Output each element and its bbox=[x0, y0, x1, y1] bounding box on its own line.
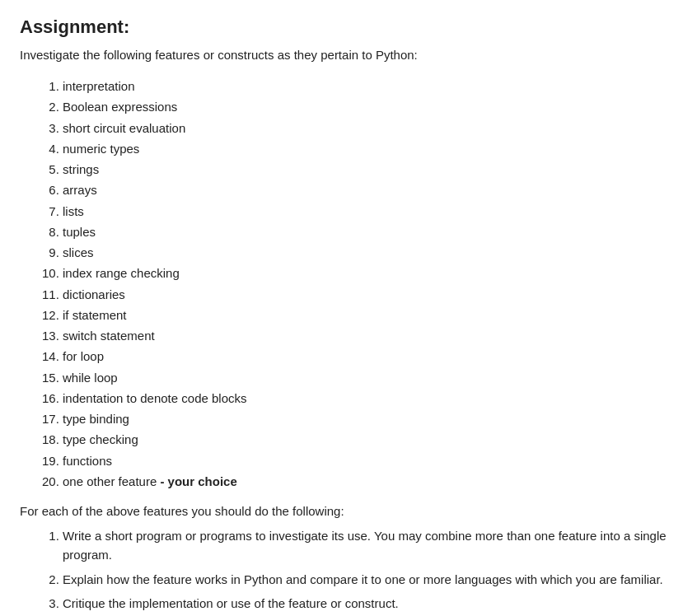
list-item: Boolean expressions bbox=[63, 97, 677, 116]
list-item: numeric types bbox=[63, 139, 677, 158]
list-item: tuples bbox=[63, 222, 677, 241]
list-item: while loop bbox=[63, 368, 677, 387]
list-item: switch statement bbox=[63, 326, 677, 345]
list-item: slices bbox=[63, 243, 677, 262]
list-item: short circuit evaluation bbox=[63, 119, 677, 138]
list-item: index range checking bbox=[63, 264, 677, 282]
list-item: type checking bbox=[63, 430, 677, 449]
page-title: Assignment: bbox=[20, 16, 677, 38]
sub-list: Write a short program or programs to inv… bbox=[63, 526, 677, 613]
list-item-20-suffix: - your choice bbox=[157, 474, 237, 488]
list-item-20: one other feature - your choice bbox=[63, 472, 677, 491]
list-item: interpretation bbox=[63, 77, 677, 96]
list-item: indentation to denote code blocks bbox=[63, 389, 677, 408]
list-item: arrays bbox=[63, 180, 677, 199]
list-item: functions bbox=[63, 451, 677, 470]
list-item: for loop bbox=[63, 347, 677, 366]
list-item: dictionaries bbox=[63, 285, 677, 304]
sub-list-item: Explain how the feature works in Python … bbox=[63, 570, 677, 589]
list-item: if statement bbox=[63, 306, 677, 324]
sub-list-item: Write a short program or programs to inv… bbox=[63, 526, 677, 565]
main-list: interpretation Boolean expressions short… bbox=[63, 77, 677, 491]
list-item: type binding bbox=[63, 409, 677, 428]
intro-text: Investigate the following features or co… bbox=[20, 48, 677, 62]
sub-list-item: Critique the implementation or use of th… bbox=[63, 594, 677, 613]
for-each-label: For each of the above features you shoul… bbox=[20, 504, 677, 518]
list-item: lists bbox=[63, 202, 677, 221]
list-item: strings bbox=[63, 160, 677, 179]
